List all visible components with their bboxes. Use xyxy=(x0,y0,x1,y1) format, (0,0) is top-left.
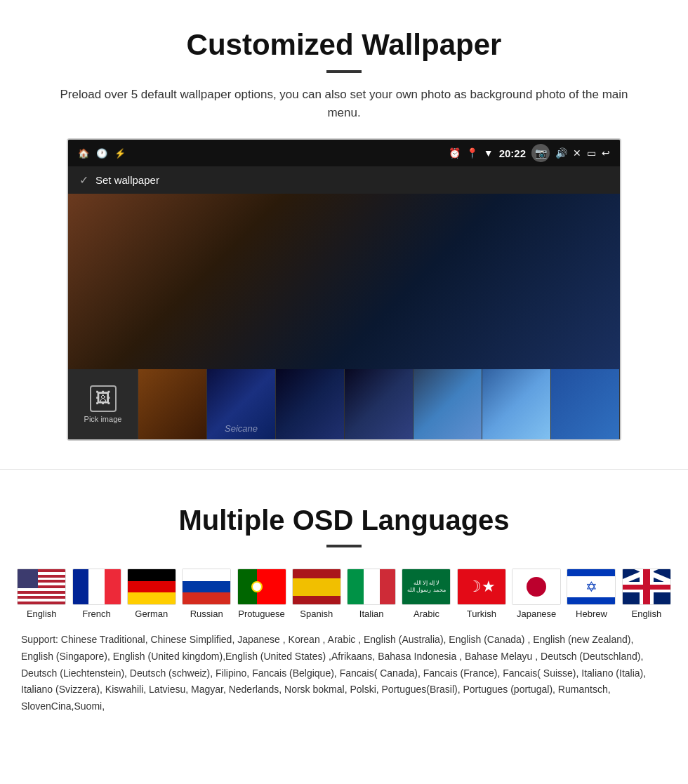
lang-spanish: Spanish xyxy=(289,569,344,619)
pick-image-label: Pick image xyxy=(84,415,122,423)
it-red xyxy=(380,569,396,604)
jp-circle xyxy=(527,577,546,597)
de-gold xyxy=(128,592,176,604)
thumb-2[interactable]: Seicane xyxy=(207,369,276,439)
ru-blue xyxy=(183,581,230,593)
title-divider xyxy=(326,70,362,73)
languages-row: English French German xyxy=(14,569,674,619)
support-text: Support: Chinese Traditional, Chinese Si… xyxy=(14,625,674,729)
lang-label-japanese: Japanese xyxy=(517,609,556,619)
lang-label-italian: Italian xyxy=(359,609,384,619)
ru-red xyxy=(183,592,230,604)
section-divider xyxy=(0,469,688,470)
flag-ru xyxy=(182,569,231,605)
alarm-icon: ⏰ xyxy=(449,147,461,159)
flag-fr xyxy=(72,569,121,605)
image-icon: 🖼 xyxy=(90,385,117,412)
es-red-top xyxy=(293,569,340,578)
clock-icon: 🕐 xyxy=(96,148,107,159)
thumb-6[interactable] xyxy=(482,369,551,439)
lang-label-french: French xyxy=(82,609,110,619)
lang-japanese: Japanese xyxy=(509,569,564,619)
de-black xyxy=(128,569,176,581)
lang-russian: Russian xyxy=(179,569,234,619)
ru-white xyxy=(183,569,230,581)
lang-label-portuguese: Protuguese xyxy=(238,609,285,619)
fr-red xyxy=(105,569,121,604)
status-bar: 🏠 🕐 ⚡ ⏰ 📍 ▼ 20:22 📷 🔊 ✕ ▭ ↩ xyxy=(68,140,620,166)
flag-it xyxy=(347,569,396,605)
flag-pt xyxy=(237,569,286,605)
wallpaper-section: Customized Wallpaper Preload over 5 defa… xyxy=(0,0,688,462)
lang-label-arabic: Arabic xyxy=(414,609,439,619)
lang-label-hebrew: Hebrew xyxy=(576,609,607,619)
volume-icon: 🔊 xyxy=(555,147,567,159)
lang-hebrew: ✡ Hebrew xyxy=(564,569,618,619)
camera-icon: 📷 xyxy=(531,144,550,162)
flag-us xyxy=(17,569,66,605)
lang-english-uk: English xyxy=(619,569,674,619)
lang-label-spanish: Spanish xyxy=(300,609,333,619)
lang-label-german: German xyxy=(135,609,168,619)
flag-jp xyxy=(512,569,561,605)
star-of-david: ✡ xyxy=(586,578,597,595)
flag-de xyxy=(127,569,176,605)
lang-german: German xyxy=(124,569,179,619)
lang-arabic: لا إله إلا اللهمحمد رسول الله Arabic xyxy=(399,569,454,619)
signal-icon: ▼ xyxy=(484,147,494,159)
uk-cross-v2 xyxy=(643,569,650,604)
window-icon: ▭ xyxy=(587,147,596,159)
lang-english-us: English xyxy=(14,569,69,619)
languages-title: Multiple OSD Languages xyxy=(14,505,674,536)
it-green xyxy=(348,569,364,604)
thumb-5[interactable] xyxy=(414,369,482,439)
home-icon: 🏠 xyxy=(78,148,89,159)
seicane-watermark: Seicane xyxy=(225,423,258,434)
it-white xyxy=(364,569,380,604)
pt-shield xyxy=(251,581,263,592)
check-icon: ✓ xyxy=(79,173,88,187)
lang-turkish: ☽★ Turkish xyxy=(454,569,509,619)
tr-star-moon: ☽★ xyxy=(468,578,496,596)
set-wallpaper-bar[interactable]: ✓ Set wallpaper xyxy=(68,166,620,194)
set-wallpaper-label: Set wallpaper xyxy=(95,174,159,186)
thumb-1[interactable] xyxy=(138,369,207,439)
wallpaper-description: Preload over 5 default wallpaper options… xyxy=(42,86,646,121)
status-time: 20:22 xyxy=(499,147,526,159)
flag-uk xyxy=(622,569,671,605)
thumb-7[interactable] xyxy=(551,369,620,439)
status-right-icons: ⏰ 📍 ▼ 20:22 📷 🔊 ✕ ▭ ↩ xyxy=(449,144,610,162)
lang-label-english: English xyxy=(27,609,57,619)
thumb-4[interactable] xyxy=(345,369,414,439)
lang-label-turkish: Turkish xyxy=(467,609,496,619)
flag-tr: ☽★ xyxy=(457,569,506,605)
lang-label-english-uk: English xyxy=(631,609,661,619)
thumbnails-row: 🖼 Pick image Seicane xyxy=(68,369,620,439)
lang-label-russian: Russian xyxy=(190,609,223,619)
flag-es xyxy=(292,569,341,605)
lang-portuguese: Protuguese xyxy=(234,569,289,619)
fr-white xyxy=(88,569,105,604)
de-red xyxy=(128,581,176,593)
flag-sa: لا إله إلا اللهمحمد رسول الله xyxy=(402,569,451,605)
wallpaper-title: Customized Wallpaper xyxy=(14,28,674,62)
lang-french: French xyxy=(69,569,124,619)
location-icon: 📍 xyxy=(466,147,478,159)
status-left-icons: 🏠 🕐 ⚡ xyxy=(78,148,126,159)
es-yellow xyxy=(293,578,340,596)
back-icon: ↩ xyxy=(602,147,610,159)
lang-italian: Italian xyxy=(344,569,399,619)
close-icon: ✕ xyxy=(573,147,581,159)
usb-icon: ⚡ xyxy=(114,148,126,159)
pick-image-thumb[interactable]: 🖼 Pick image xyxy=(68,369,138,439)
es-red-bot xyxy=(293,596,340,605)
device-screenshot: 🏠 🕐 ⚡ ⏰ 📍 ▼ 20:22 📷 🔊 ✕ ▭ ↩ ✓ Set wallpa… xyxy=(67,138,621,441)
thumb-3[interactable] xyxy=(276,369,345,439)
languages-divider xyxy=(326,545,362,547)
fr-blue xyxy=(73,569,89,604)
sa-text: لا إله إلا اللهمحمد رسول الله xyxy=(407,580,445,593)
languages-section: Multiple OSD Languages xyxy=(0,477,688,743)
wallpaper-preview xyxy=(68,194,620,369)
flag-il: ✡ xyxy=(567,569,616,605)
